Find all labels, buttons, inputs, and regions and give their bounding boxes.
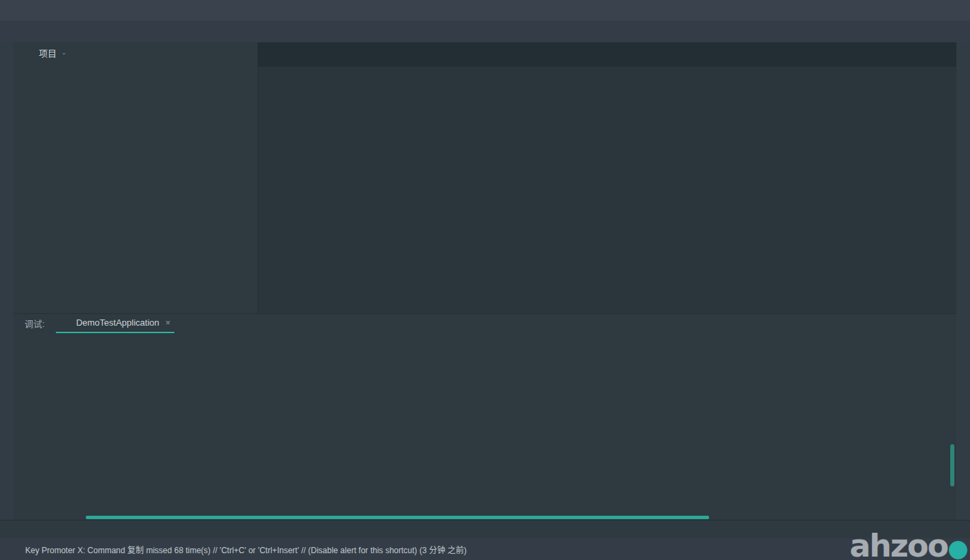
debug-session-tab[interactable]: DemoTestApplication × — [56, 313, 175, 333]
debug-view-tabs — [38, 332, 956, 360]
chevron-down-icon[interactable]: ⌄ — [61, 49, 67, 56]
tool-window-bar — [0, 520, 970, 538]
debug-panel-label: 调试: — [25, 317, 45, 330]
power-icon — [60, 317, 72, 329]
project-tool-window: 项目 ⌄ — [14, 42, 258, 313]
tool-window-layout-icon[interactable] — [7, 543, 19, 555]
status-bar: Key Promoter X: Command 复制 missed 68 tim… — [0, 538, 970, 560]
vertical-scrollbar[interactable] — [950, 444, 954, 486]
status-message: Key Promoter X: Command 复制 missed 68 tim… — [25, 544, 467, 555]
console-output[interactable] — [61, 360, 956, 521]
ide-window: 项目 ⌄ 调试: DemoTestAppli — [0, 0, 970, 560]
close-icon[interactable]: × — [166, 317, 171, 328]
menu-bar — [0, 0, 970, 20]
watermark-text: ahzoo — [849, 527, 948, 560]
right-tool-stripe — [956, 42, 970, 520]
horizontal-scrollbar[interactable] — [86, 516, 709, 519]
code-editor[interactable] — [258, 67, 956, 298]
console-toolbar — [38, 360, 61, 521]
navigation-toolbar — [0, 20, 970, 42]
project-panel-header: 项目 ⌄ — [14, 42, 257, 63]
debug-session-name: DemoTestApplication — [76, 317, 159, 328]
editor-breadcrumb — [258, 298, 956, 313]
project-tree — [14, 63, 257, 313]
left-tool-stripe — [0, 42, 14, 520]
watermark-dot-icon — [949, 541, 967, 559]
debug-panel-header: 调试: DemoTestApplication × — [14, 314, 956, 332]
editor-area — [258, 42, 956, 313]
editor-tab-bar — [258, 42, 956, 67]
debug-left-toolbar — [14, 332, 38, 521]
debug-tool-window: 调试: DemoTestApplication × — [14, 313, 956, 521]
project-panel-title[interactable]: 项目 — [39, 46, 57, 59]
watermark: ahzoo — [849, 527, 967, 560]
project-folder-icon — [22, 46, 34, 59]
